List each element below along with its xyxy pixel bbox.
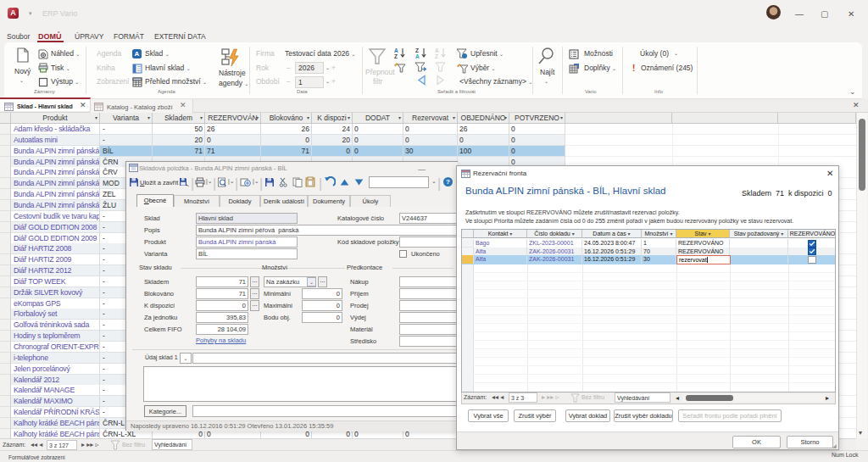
svg-text:Z: Z: [435, 53, 438, 59]
svg-text:A: A: [415, 53, 420, 59]
svg-text:Z: Z: [394, 53, 398, 59]
